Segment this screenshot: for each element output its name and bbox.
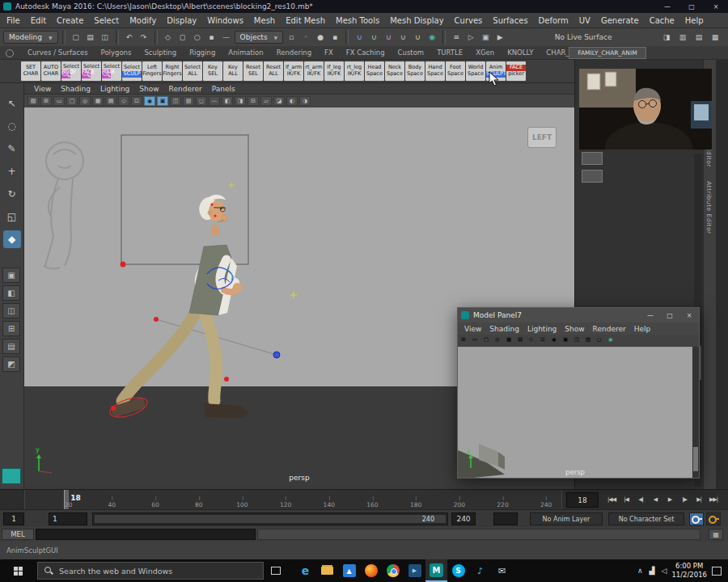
file-explorer-icon[interactable] bbox=[316, 559, 338, 582]
shelf-menu-icon[interactable] bbox=[6, 49, 14, 57]
select-handle-icon[interactable]: — bbox=[220, 31, 233, 44]
select-surface-icon[interactable]: ◦ bbox=[299, 31, 312, 44]
shelf-button[interactable]: KeySEL bbox=[203, 61, 222, 81]
range-slider-handle[interactable]: 240 bbox=[95, 515, 446, 523]
menu-item[interactable]: Display bbox=[167, 16, 197, 25]
taskbar-clock[interactable]: 6:00 PM 11/2/2016 bbox=[671, 562, 707, 580]
taskbar-search-input[interactable]: Search the web and Windows bbox=[37, 562, 264, 580]
step-forward-key-button[interactable]: |▶ bbox=[678, 491, 691, 508]
menu-item[interactable]: Surfaces bbox=[493, 16, 527, 25]
shelf-button[interactable]: SETCHAR bbox=[21, 61, 40, 81]
layer-item[interactable] bbox=[582, 170, 603, 183]
current-frame-field[interactable]: 18 bbox=[566, 492, 599, 508]
shelf-tab[interactable]: Sculpting bbox=[138, 48, 183, 57]
shelf-button[interactable]: SelectHAIR bbox=[102, 61, 121, 81]
shelf-button[interactable]: SelectSCULP bbox=[122, 61, 142, 81]
lights-icon[interactable]: ◫ bbox=[170, 96, 181, 106]
show-channel-box-icon[interactable]: ▤ bbox=[692, 31, 705, 44]
menuset-dropdown[interactable]: Modeling▼ bbox=[3, 31, 58, 44]
panel-menu-item[interactable]: View bbox=[464, 325, 481, 333]
maximize-button[interactable]: □ bbox=[660, 308, 679, 323]
animation-end-field[interactable] bbox=[493, 512, 518, 525]
construction-history-icon[interactable]: ▷ bbox=[464, 31, 477, 44]
paint-select-tool-icon[interactable]: ✎ bbox=[3, 140, 21, 158]
exposure-icon[interactable]: ◐ bbox=[286, 96, 298, 106]
gamma-icon[interactable]: ◑ bbox=[299, 96, 311, 106]
undo-icon[interactable]: ↶ bbox=[123, 31, 136, 44]
panel-menu-item[interactable]: Show bbox=[565, 325, 584, 333]
layer-item[interactable] bbox=[582, 152, 603, 165]
select-point-icon[interactable]: ▪ bbox=[205, 31, 218, 44]
layout-four-pane-icon[interactable]: ⊞ bbox=[2, 321, 20, 336]
menu-item[interactable]: File bbox=[6, 16, 20, 25]
menu-item[interactable]: Mesh Tools bbox=[336, 16, 379, 25]
shelf-tab[interactable]: FX bbox=[318, 48, 340, 57]
panel-menu-item[interactable]: Renderer bbox=[169, 85, 202, 93]
shelf-button[interactable]: FootSpace bbox=[446, 61, 465, 81]
shelf-button[interactable]: HeadSpace bbox=[365, 61, 384, 81]
step-forward-frame-button[interactable]: ▶| bbox=[692, 491, 705, 508]
shelf-button[interactable]: SelectALL bbox=[183, 61, 202, 81]
input-operations-icon[interactable]: ≡ bbox=[450, 31, 463, 44]
show-attribute-editor-icon[interactable]: ◨ bbox=[660, 31, 673, 44]
model-panel-scrollbar[interactable] bbox=[692, 347, 699, 478]
xray-icon[interactable]: ▱ bbox=[260, 96, 272, 106]
wireframe-icon[interactable]: ⊡ bbox=[540, 336, 550, 345]
screen-ao-icon[interactable]: ◻ bbox=[196, 96, 207, 106]
model-panel-window[interactable]: Model Panel7 — □ × ViewShadingLightingSh… bbox=[457, 307, 700, 479]
show-outliner-icon[interactable]: ▦ bbox=[709, 31, 722, 44]
hidden-icons-caret[interactable]: ∧ bbox=[637, 567, 643, 575]
shelf-tab[interactable]: Polygons bbox=[95, 48, 138, 57]
shelf-button[interactable]: SelectBODY bbox=[61, 61, 81, 81]
menu-item[interactable]: Cache bbox=[650, 16, 675, 25]
open-scene-icon[interactable]: ▤ bbox=[84, 31, 97, 44]
maya-icon[interactable]: M bbox=[425, 559, 447, 582]
panel-menu-item[interactable]: Lighting bbox=[527, 325, 557, 333]
shelf-button[interactable]: NeckSpace bbox=[385, 61, 404, 81]
resolution-gate-icon[interactable]: ▢ bbox=[66, 96, 78, 106]
shelf-tab[interactable]: Rendering bbox=[270, 48, 318, 57]
playback-end-field[interactable]: 240 bbox=[451, 512, 476, 525]
shadows-icon[interactable]: ▨ bbox=[183, 96, 194, 106]
close-button[interactable]: × bbox=[679, 308, 699, 323]
shelf-tab[interactable]: Rigging bbox=[183, 48, 222, 57]
shelf-button[interactable]: lf_armIK/FK bbox=[284, 61, 303, 81]
close-button[interactable]: × bbox=[704, 0, 728, 13]
highlight-selection-icon[interactable]: ▫ bbox=[285, 31, 298, 44]
save-scene-icon[interactable]: ◫ bbox=[99, 31, 112, 44]
playback-start-field[interactable]: 1 bbox=[49, 512, 87, 525]
mel-command-input[interactable] bbox=[36, 529, 256, 540]
joints-xray-icon[interactable]: ◪ bbox=[273, 96, 285, 106]
script-editor-button[interactable]: ▦ bbox=[709, 529, 723, 540]
gate-mask-icon[interactable]: ◎ bbox=[495, 336, 505, 345]
shelf-button[interactable]: KeyALL bbox=[223, 61, 243, 81]
render-current-frame-icon[interactable]: ▣ bbox=[479, 31, 492, 44]
play-backwards-button[interactable]: ◀ bbox=[649, 491, 662, 508]
shadows-icon[interactable]: ▨ bbox=[586, 336, 595, 345]
menu-item[interactable]: Deform bbox=[539, 16, 569, 25]
shaded-icon[interactable]: ◉ bbox=[144, 96, 155, 106]
go-to-end-button[interactable]: ▶▶| bbox=[707, 491, 720, 508]
network-icon[interactable]: ▟ bbox=[650, 567, 655, 575]
menu-item[interactable]: Edit bbox=[31, 16, 46, 25]
shelf-button[interactable]: rt_legIK/FK bbox=[345, 61, 364, 81]
range-slider[interactable]: 240 bbox=[92, 512, 448, 525]
isolate-select-icon[interactable]: ⊟ bbox=[248, 96, 259, 106]
panel-menu-item[interactable]: Help bbox=[634, 325, 651, 333]
res-gate-icon[interactable]: ▢ bbox=[484, 336, 493, 345]
grid-icon[interactable]: ⊞ bbox=[461, 336, 471, 345]
panel-menu-item[interactable]: Show bbox=[139, 85, 159, 93]
model-panel-title-bar[interactable]: Model Panel7 — □ × bbox=[458, 308, 699, 323]
chrome-icon[interactable] bbox=[382, 559, 404, 582]
panel-menu-item[interactable]: Shading bbox=[489, 325, 519, 333]
mail-icon[interactable]: ✉ bbox=[491, 559, 513, 582]
snap-to-grid-icon[interactable]: ∪ bbox=[353, 31, 366, 44]
layout-two-pane-icon[interactable]: ◧ bbox=[2, 285, 20, 301]
current-tool-icon[interactable]: ◆ bbox=[3, 230, 21, 248]
move-tool-icon[interactable]: + bbox=[3, 162, 21, 180]
lights-icon[interactable]: ◫ bbox=[574, 336, 584, 345]
layout-two-stack-icon[interactable]: ◫ bbox=[2, 303, 20, 318]
minimize-button[interactable]: — bbox=[655, 0, 679, 13]
time-slider[interactable]: 18 20406080100120140160180200220240 bbox=[24, 490, 562, 510]
left-view-overlay-button[interactable]: LEFT bbox=[527, 127, 557, 148]
